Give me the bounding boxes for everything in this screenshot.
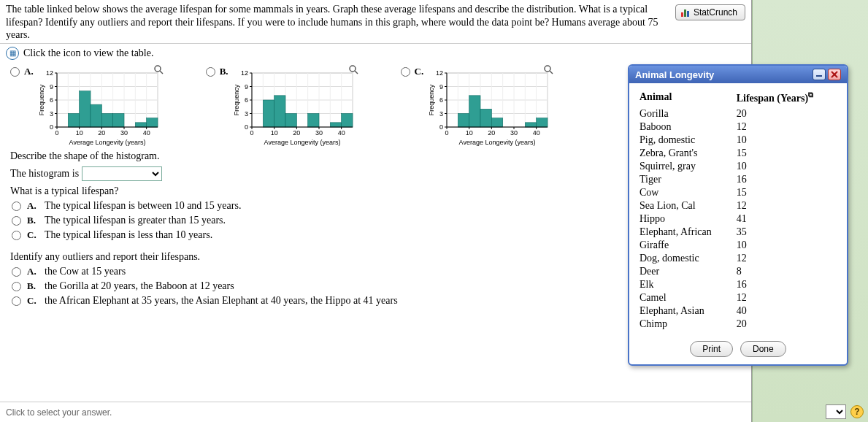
svg-text:6: 6 [245, 96, 248, 104]
svg-rect-2 [687, 11, 689, 17]
svg-text:40: 40 [533, 129, 540, 137]
question-prompt: The table linked below shows the average… [6, 3, 669, 42]
svg-text:0: 0 [250, 129, 253, 137]
svg-text:Average Longevity (years): Average Longevity (years) [459, 139, 536, 146]
radio-outlier-a[interactable] [12, 267, 21, 277]
radio-typical-a[interactable] [12, 202, 21, 211]
table-row: Camel12 [640, 291, 840, 304]
col-animal: Animal [640, 89, 737, 107]
table-row: Baboon12 [640, 120, 840, 134]
svg-text:20: 20 [293, 129, 300, 137]
svg-rect-69 [274, 95, 285, 126]
typical-b-text: The typical lifespan is greater than 15 … [45, 215, 226, 226]
svg-text:0: 0 [50, 123, 53, 131]
svg-text:6: 6 [50, 96, 53, 104]
svg-text:12: 12 [241, 69, 248, 77]
svg-rect-0 [681, 12, 683, 17]
table-link-row: ▦ Click the icon to view the table. [0, 44, 751, 64]
statcrunch-label: StatCrunch [694, 7, 737, 18]
done-button[interactable]: Done [740, 341, 786, 357]
svg-text:0: 0 [439, 123, 443, 131]
print-button[interactable]: Print [690, 341, 733, 357]
col-lifespan: Lifespan (Years)⧉ [737, 89, 840, 107]
minimize-button[interactable] [813, 69, 826, 80]
rail-select[interactable] [826, 404, 846, 419]
table-row: Squirrel, gray10 [640, 160, 840, 173]
svg-point-51 [350, 66, 356, 72]
radio-typical-b[interactable] [12, 216, 21, 226]
radio-outlier-c[interactable] [12, 296, 21, 306]
table-link-text: Click the icon to view the table. [23, 47, 153, 59]
top-bar: The table linked below shows the average… [0, 0, 751, 44]
svg-text:9: 9 [245, 83, 248, 90]
svg-line-52 [355, 71, 358, 74]
histogram-b: 010203040036912Average Longevity (years)… [233, 66, 357, 146]
svg-point-98 [545, 66, 550, 72]
outlier-a-text: the Cow at 15 years [45, 266, 126, 277]
svg-rect-119 [526, 122, 537, 126]
zoom-icon[interactable] [153, 64, 164, 74]
table-row: Zebra, Grant's15 [640, 147, 840, 160]
copy-column-icon[interactable]: ⧉ [808, 91, 813, 99]
svg-rect-120 [537, 118, 548, 126]
svg-point-3 [155, 66, 161, 72]
svg-text:9: 9 [439, 83, 443, 90]
hist-b-label: B. [220, 66, 228, 77]
zoom-icon[interactable] [543, 64, 553, 74]
table-row: Dog, domestic12 [640, 252, 840, 265]
svg-rect-118 [492, 118, 503, 126]
svg-rect-72 [330, 122, 341, 126]
svg-text:0: 0 [55, 129, 58, 137]
svg-text:30: 30 [315, 129, 323, 137]
svg-text:3: 3 [50, 110, 53, 117]
svg-text:Average Longevity (years): Average Longevity (years) [264, 139, 340, 146]
shape-lead: The histogram is [10, 168, 79, 179]
table-popup: Animal Longevity Animal Lifespan (Years)… [628, 64, 848, 366]
longevity-table: Animal Lifespan (Years)⧉ Gorilla20Baboon… [640, 89, 840, 331]
svg-text:10: 10 [75, 129, 82, 137]
table-row: Gorilla20 [640, 107, 840, 120]
outlier-c-text: the African Elephant at 35 years, the As… [45, 295, 398, 307]
table-row: Chimp20 [640, 318, 840, 331]
statcrunch-button[interactable]: StatCrunch [675, 4, 745, 20]
footer-hint: Click to select your answer. [0, 402, 751, 422]
popup-title: Animal Longevity [635, 69, 714, 80]
table-row: Pig, domestic10 [640, 134, 840, 147]
svg-text:20: 20 [488, 129, 496, 137]
svg-rect-71 [307, 113, 318, 127]
svg-rect-68 [263, 100, 274, 127]
statcrunch-icon [680, 7, 691, 18]
svg-rect-26 [146, 118, 157, 126]
view-table-icon[interactable]: ▦ [6, 47, 19, 60]
radio-hist-a[interactable] [10, 67, 20, 77]
svg-text:9: 9 [50, 83, 53, 90]
histogram-c: 010203040036912Average Longevity (years)… [428, 66, 552, 146]
svg-text:40: 40 [337, 129, 345, 137]
radio-typical-c[interactable] [12, 231, 21, 240]
help-icon[interactable]: ? [850, 405, 864, 418]
hist-c-label: C. [415, 66, 424, 77]
svg-rect-70 [285, 113, 296, 127]
close-button[interactable] [828, 69, 841, 80]
radio-hist-b[interactable] [206, 67, 215, 77]
svg-rect-73 [341, 113, 352, 127]
svg-rect-24 [112, 113, 123, 127]
table-row: Elephant, African35 [640, 226, 840, 239]
svg-text:Frequency: Frequency [428, 84, 435, 115]
table-row: Tiger16 [640, 173, 840, 186]
svg-text:Frequency: Frequency [233, 84, 240, 115]
table-row: Cow15 [640, 186, 840, 199]
svg-text:30: 30 [510, 129, 518, 137]
svg-text:0: 0 [445, 129, 449, 137]
table-row: Giraffe10 [640, 239, 840, 252]
svg-text:3: 3 [245, 110, 248, 117]
svg-text:12: 12 [46, 69, 53, 77]
radio-hist-c[interactable] [401, 67, 410, 77]
shape-select[interactable] [82, 166, 162, 181]
svg-rect-117 [480, 109, 491, 127]
svg-rect-145 [816, 75, 822, 77]
svg-rect-1 [684, 9, 686, 17]
zoom-icon[interactable] [348, 64, 358, 74]
radio-outlier-b[interactable] [12, 282, 21, 291]
table-row: Deer8 [640, 265, 840, 278]
